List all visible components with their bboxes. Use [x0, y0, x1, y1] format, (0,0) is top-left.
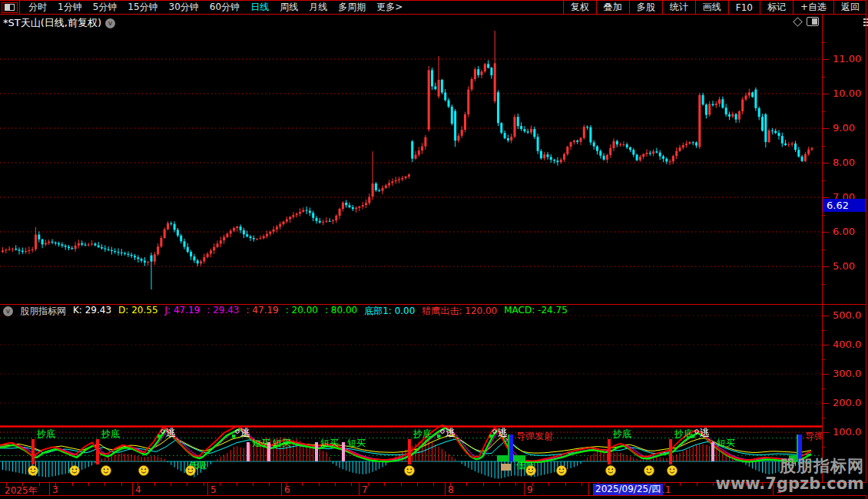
candle-body	[71, 248, 73, 249]
candle-body	[751, 92, 754, 97]
timeframe-tab-7[interactable]: 周线	[274, 1, 303, 14]
timeframe-tab-2[interactable]: 5分钟	[88, 1, 123, 14]
smiley-eye	[670, 468, 671, 470]
buy-signal-bar	[408, 439, 411, 464]
toolbar-button-5[interactable]: F10	[728, 1, 760, 14]
watermark: 股朋指标网 www.7gpzb.com	[715, 458, 864, 493]
date-label-4: 6	[284, 484, 290, 495]
candle-body	[461, 130, 463, 136]
sell-square-marker	[691, 435, 695, 438]
candle-body	[497, 92, 499, 123]
toolbar-button-3[interactable]: 统计	[662, 1, 695, 14]
candle-body	[362, 205, 364, 207]
price-minor-tick	[823, 111, 826, 112]
candle-body	[269, 232, 271, 234]
smiley-icon	[668, 466, 678, 476]
diamond-icon[interactable]	[793, 17, 803, 27]
candlestick-chart[interactable]	[0, 31, 822, 304]
candle-body	[5, 250, 7, 250]
candle-body	[500, 123, 502, 133]
timeframe-tab-9[interactable]: 多周期	[333, 1, 371, 14]
week-tick	[335, 483, 336, 486]
toolbar-button-4[interactable]: 画线	[695, 1, 728, 14]
candle-body	[626, 144, 628, 147]
candle-body	[233, 228, 235, 230]
toolbar-button-8[interactable]: 返回	[833, 1, 866, 14]
candle-body	[791, 144, 793, 144]
toolbar-button-6[interactable]: 标记	[760, 1, 793, 14]
candle-body	[154, 254, 156, 261]
timeframe-tab-3[interactable]: 15分钟	[122, 1, 163, 14]
timeframe-tab-1[interactable]: 1分钟	[52, 1, 88, 14]
candle-body	[395, 180, 397, 182]
candle-body	[629, 147, 631, 150]
timeframe-tab-0[interactable]: 分时	[23, 1, 52, 14]
watermark-site-name: 股朋指标网	[715, 458, 864, 475]
week-tick	[171, 483, 171, 486]
smiley-icon	[644, 466, 654, 476]
candle-body	[401, 178, 403, 180]
toolbar-button-1[interactable]: 叠加	[596, 1, 629, 14]
buy-signal-label: 抄底	[101, 428, 120, 439]
timeframe-toolbar: 分时1分钟5分钟15分钟30分钟60分钟日线周线月线多周期更多>	[0, 1, 408, 14]
candle-body	[2, 250, 4, 252]
smiley-eye	[75, 468, 77, 470]
candle-body	[764, 114, 767, 142]
smiley-icon	[606, 466, 616, 476]
candle-body	[187, 247, 189, 252]
week-tick	[499, 483, 500, 486]
candle-body	[108, 250, 110, 250]
timeframe-tab-4[interactable]: 30分钟	[164, 1, 204, 14]
smiley-eye	[673, 468, 674, 470]
candle-body	[540, 151, 542, 158]
candle-body	[289, 217, 291, 220]
candle-body	[517, 117, 519, 126]
candle-body	[797, 150, 800, 157]
axis-frame-line	[822, 15, 823, 496]
smiley-icon	[28, 466, 38, 476]
candle-body	[292, 215, 294, 216]
candle-body	[335, 216, 337, 220]
timeframe-tab-6[interactable]: 日线	[245, 1, 274, 14]
candle-body	[679, 147, 681, 151]
toolbar-button-2[interactable]: 多股	[629, 1, 662, 14]
candle-body	[266, 234, 268, 236]
indicator-value-2: J: 47.19	[165, 305, 200, 318]
pane-toggle-icon[interactable]	[807, 17, 819, 26]
indicator-panel[interactable]: 抄底抄底抄底抄底抄底短买短买短买短买短买逃逃逃逃逃低吸低吸导弹发射导弹	[0, 305, 822, 481]
candle-body	[61, 244, 63, 246]
week-tick	[515, 483, 516, 486]
window-split-icon[interactable]	[2, 2, 18, 13]
timeframe-tab-10[interactable]: 更多>	[371, 1, 408, 14]
indicator-tick-label: 100.0	[833, 426, 861, 438]
candle-body	[507, 138, 509, 140]
selected-date-badge[interactable]: 2025/09/25/四	[593, 484, 663, 495]
candle-body	[375, 183, 377, 190]
candle-body	[223, 237, 225, 240]
timeframe-tab-5[interactable]: 60分钟	[204, 1, 245, 14]
candle-body	[273, 230, 275, 232]
candle-body	[599, 151, 601, 156]
smiley-icon	[405, 466, 415, 476]
candle-body	[454, 111, 456, 141]
collapse-icon[interactable]: v	[3, 306, 13, 316]
candle-body	[467, 90, 469, 114]
smiley-eye	[104, 468, 105, 470]
smiley-face	[405, 466, 415, 476]
candle-body	[309, 211, 311, 213]
sell-signal-label: 逃	[498, 427, 508, 438]
candle-body	[415, 155, 417, 159]
buy-signal-bar	[669, 439, 672, 464]
toolbar-button-0[interactable]: 复权	[563, 1, 596, 14]
smiley-face	[139, 466, 149, 476]
candle-body	[441, 80, 443, 93]
smiley-icon	[526, 466, 536, 476]
chevron-down-icon[interactable]: v	[105, 18, 115, 28]
candle-body	[203, 257, 205, 261]
toolbar-button-7[interactable]: +自选	[793, 1, 833, 14]
smiley-eye	[410, 468, 412, 470]
timeframe-tab-8[interactable]: 月线	[303, 1, 333, 14]
candle-body	[778, 133, 780, 136]
candle-body	[606, 155, 608, 160]
candle-body	[137, 257, 139, 259]
